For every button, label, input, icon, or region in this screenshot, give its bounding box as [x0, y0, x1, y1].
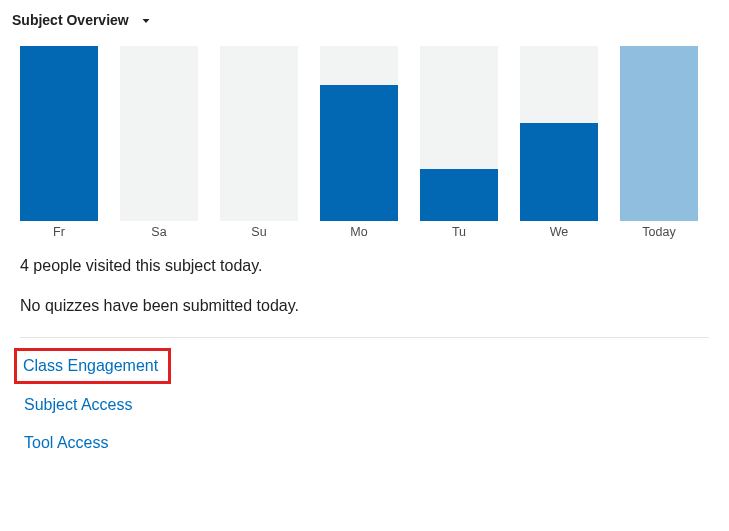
visits-bar-chart: Fr Sa Su Mo Tu We Today: [4, 44, 725, 239]
bar-col: Mo: [320, 46, 398, 239]
summary-block: 4 people visited this subject today. No …: [4, 239, 725, 315]
bar-slot: [20, 46, 98, 221]
bar-col: Tu: [420, 46, 498, 239]
day-label: Mo: [350, 225, 367, 239]
link-class-engagement[interactable]: Class Engagement: [23, 357, 158, 375]
bar-slot: [620, 46, 698, 221]
bar-col: Su: [220, 46, 298, 239]
bar-slot: [520, 46, 598, 221]
bar: [420, 169, 498, 222]
link-subject-access[interactable]: Subject Access: [20, 386, 709, 424]
bar-slot: [220, 46, 298, 221]
day-label: Fr: [53, 225, 65, 239]
bar-col: Today: [620, 46, 698, 239]
day-label: Today: [642, 225, 675, 239]
day-label: Su: [251, 225, 266, 239]
summary-quizzes: No quizzes have been submitted today.: [20, 297, 709, 315]
subject-overview-header[interactable]: Subject Overview: [4, 8, 725, 44]
bar-today: [620, 46, 698, 221]
bar-col: We: [520, 46, 598, 239]
link-tool-access[interactable]: Tool Access: [20, 424, 709, 462]
bar: [320, 85, 398, 222]
chevron-down-icon: [139, 14, 151, 26]
bar: [520, 123, 598, 221]
bar-slot: [120, 46, 198, 221]
page-title: Subject Overview: [12, 12, 129, 28]
bar-col: Fr: [20, 46, 98, 239]
highlight-annotation: Class Engagement: [14, 348, 171, 384]
summary-visits: 4 people visited this subject today.: [20, 257, 709, 275]
bar-slot: [420, 46, 498, 221]
bar-col: Sa: [120, 46, 198, 239]
bar: [20, 46, 98, 221]
bar-slot: [320, 46, 398, 221]
day-label: Sa: [151, 225, 166, 239]
links-section: Class Engagement Subject Access Tool Acc…: [4, 348, 725, 462]
section-divider: [20, 337, 709, 338]
day-label: We: [550, 225, 569, 239]
day-label: Tu: [452, 225, 466, 239]
